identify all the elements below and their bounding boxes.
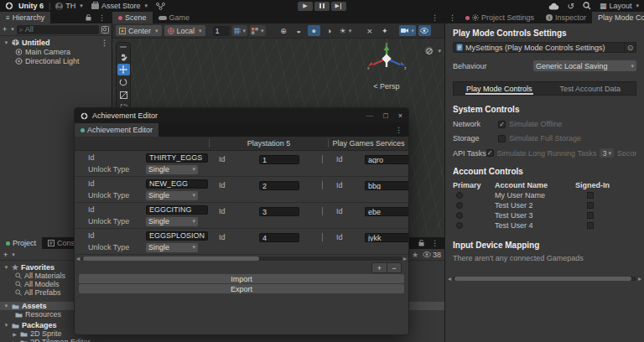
rotate-tool-button[interactable] xyxy=(117,76,130,88)
object-picker-icon[interactable]: ⊙ xyxy=(624,43,636,52)
ps5-id-field[interactable]: 1 xyxy=(259,155,299,164)
minimize-button[interactable]: — xyxy=(366,111,373,120)
scroll-left-icon[interactable]: ◂ xyxy=(76,255,80,262)
inner-tab-test-account-data[interactable]: Test Account Data xyxy=(545,82,636,95)
cloud-icon[interactable] xyxy=(548,3,559,10)
tab-project[interactable]: Project xyxy=(0,237,42,249)
expand-arrow-icon[interactable]: ▶ xyxy=(12,331,18,337)
remove-row-button[interactable]: − xyxy=(387,263,401,272)
close-button[interactable]: × xyxy=(398,111,402,120)
scroll-right-icon[interactable]: ▸ xyxy=(638,275,641,282)
add-object-button[interactable]: + xyxy=(3,25,7,34)
panel-menu-icon[interactable]: ⋮ xyxy=(392,126,406,134)
tab-inspector[interactable]: i Inspector xyxy=(540,12,592,23)
window-titlebar[interactable]: Achievement Editor — □ × xyxy=(75,108,408,123)
expand-arrow-icon[interactable]: ▶ xyxy=(12,339,18,342)
inner-tab-play-mode-controls[interactable]: Play Mode Controls xyxy=(454,82,545,95)
horizontal-scrollbar[interactable]: ◂ ▸ xyxy=(75,255,408,262)
scroll-right-icon[interactable]: ▸ xyxy=(403,255,407,262)
ps5-id-field[interactable]: 3 xyxy=(259,207,299,216)
lock-icon[interactable] xyxy=(418,240,424,246)
task-duration-dropdown[interactable]: 3 ▾ xyxy=(600,148,614,158)
tab-game[interactable]: Game xyxy=(153,12,196,23)
tab-play-mode-control[interactable]: Play Mode Control ▸ xyxy=(592,12,644,23)
version-control-icon[interactable] xyxy=(156,3,165,10)
camera-view-options-button[interactable] xyxy=(423,45,434,56)
panel-menu-icon[interactable]: ⋮ xyxy=(428,13,442,22)
add-asset-button[interactable]: + xyxy=(3,251,8,259)
layout-menu[interactable]: ▦ Layout ▾ xyxy=(600,2,639,10)
account-menu[interactable]: TH ▾ xyxy=(55,2,83,10)
view-tool-button[interactable] xyxy=(117,51,130,63)
achievement-id-field[interactable]: EGGCITING xyxy=(146,205,208,215)
scene-audio-button[interactable]: ⨯ xyxy=(363,25,376,36)
hidden-items-indicator[interactable]: 38 xyxy=(423,251,441,259)
wireframe-mode-button[interactable]: ⊕ xyxy=(278,25,290,36)
scene-camera-settings-button[interactable]: ▾ xyxy=(399,25,416,36)
history-icon[interactable]: ↺ xyxy=(568,2,574,11)
pgs-id-field[interactable]: jykk xyxy=(365,233,408,242)
chevron-down-icon[interactable]: ▾ xyxy=(438,48,441,54)
primary-radio[interactable] xyxy=(456,192,463,199)
tab-scene[interactable]: Scene xyxy=(112,12,153,23)
ps5-id-field[interactable]: 2 xyxy=(259,181,299,190)
signed-in-checkbox[interactable] xyxy=(587,212,594,219)
achievement-id-field[interactable]: THIRTY_EGGS xyxy=(146,153,208,163)
orientation-dropdown[interactable]: Local ▾ xyxy=(164,25,205,36)
expand-arrow-icon[interactable]: ▼ xyxy=(3,303,9,308)
shaded-wire-mode-button[interactable]: ◒ xyxy=(293,25,305,36)
add-row-button[interactable]: + xyxy=(372,263,387,272)
asset-store-menu[interactable]: Asset Store ▾ xyxy=(91,2,148,10)
scale-tool-button[interactable] xyxy=(117,89,130,101)
favorite-star-icon[interactable]: ★ xyxy=(412,251,418,259)
behaviour-dropdown[interactable]: Generic Local Saving ▾ xyxy=(533,60,636,71)
snap-increment-button[interactable]: ▾ xyxy=(250,25,266,36)
primary-radio[interactable] xyxy=(456,212,463,219)
panel-menu-icon[interactable]: ⋮ xyxy=(95,13,109,22)
scene-lighting-button[interactable]: ☀ ▾ xyxy=(338,25,354,36)
horizontal-scrollbar[interactable]: ◂ ▸ xyxy=(448,275,641,282)
ps5-id-field[interactable]: 4 xyxy=(259,233,299,242)
settings-object-field[interactable]: MySettings (Play Mode Controls Settings)… xyxy=(453,42,636,53)
hierarchy-item-light[interactable]: Directional Light xyxy=(0,56,112,65)
tab-hierarchy[interactable]: ≡ Hierarchy xyxy=(0,12,50,23)
signed-in-checkbox[interactable] xyxy=(587,202,594,209)
expand-arrow-icon[interactable]: ▼ xyxy=(3,40,9,45)
tab-achievement-editor[interactable]: Achievement Editor xyxy=(75,123,158,137)
pause-button[interactable] xyxy=(314,2,330,11)
signed-in-checkbox[interactable] xyxy=(587,192,594,199)
hierarchy-item-scene[interactable]: ▼ Untitled ⋮ xyxy=(0,38,112,47)
play-button[interactable]: ▶ xyxy=(298,2,313,11)
perspective-label[interactable]: < Persp xyxy=(357,82,416,91)
export-button[interactable]: Export xyxy=(79,284,404,293)
expand-arrow-icon[interactable]: ▼ xyxy=(3,265,9,270)
item-menu-icon[interactable]: ⋮ xyxy=(97,39,112,47)
signed-in-checkbox[interactable] xyxy=(587,222,594,229)
hierarchy-search-input[interactable]: ⌕ All xyxy=(17,25,99,34)
tree-item-2d-tilemap[interactable]: ▶ 2D Tilemap Editor xyxy=(0,338,444,342)
achievement-id-field[interactable]: NEW_EGG xyxy=(146,179,208,189)
panel-menu-icon[interactable]: ⋮ xyxy=(428,239,442,247)
shaded-mode-button[interactable]: ● xyxy=(308,25,320,36)
unlock-type-dropdown[interactable]: Single▾ xyxy=(146,191,198,200)
unlock-type-dropdown[interactable]: Single▾ xyxy=(146,165,198,174)
drag-handle[interactable] xyxy=(120,46,127,48)
grid-snap-button[interactable]: ▾ xyxy=(232,25,248,36)
unlock-type-dropdown[interactable]: Single▾ xyxy=(146,243,198,252)
maximize-button[interactable]: □ xyxy=(383,111,387,120)
scene-effects-button[interactable]: ✦ xyxy=(378,25,391,36)
simulate-full-storage-checkbox[interactable]: ✓ xyxy=(498,135,506,142)
search-icon[interactable] xyxy=(583,2,591,10)
simulate-long-tasks-checkbox[interactable]: ✓ xyxy=(486,149,494,157)
hierarchy-item-camera[interactable]: Main Camera xyxy=(0,47,112,56)
primary-radio[interactable] xyxy=(456,202,463,209)
pgs-id-field[interactable]: bbg xyxy=(365,181,408,190)
pgs-id-field[interactable]: ebe xyxy=(365,207,408,216)
simulate-offline-checkbox[interactable]: ✓ xyxy=(498,121,506,128)
primary-radio[interactable] xyxy=(456,222,463,229)
scene-orientation-gizmo[interactable]: y x z < Persp xyxy=(357,42,416,91)
expand-arrow-icon[interactable]: ▼ xyxy=(3,323,9,328)
search-filter-icon[interactable] xyxy=(101,26,109,34)
lock-icon[interactable] xyxy=(86,14,91,21)
tab-project-settings[interactable]: Project Settings xyxy=(460,12,540,23)
